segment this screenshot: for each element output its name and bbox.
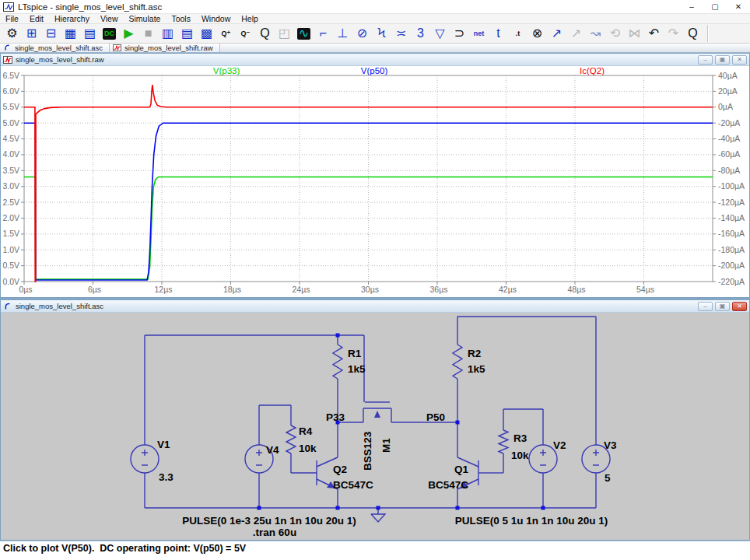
label-R2[interactable]: R2 xyxy=(468,348,481,359)
waveform-window-titlebar[interactable]: single_mos_level_shift.raw – ▣ ✕ xyxy=(1,54,749,66)
menu-item-tools[interactable]: Tools xyxy=(166,14,196,23)
value-Q1[interactable]: BC547C xyxy=(428,479,468,491)
label-Q1[interactable]: Q1 xyxy=(454,464,469,475)
value-V3[interactable]: 5 xyxy=(605,472,611,484)
menu-item-help[interactable]: Help xyxy=(236,14,264,23)
menu-item-simulate[interactable]: Simulate xyxy=(124,14,166,23)
tab-waveform[interactable]: single_mos_level_shift.raw xyxy=(110,44,220,52)
control-panel-icon[interactable]: ⚙ xyxy=(2,25,22,43)
text-icon[interactable]: t xyxy=(489,25,508,43)
main-titlebar: LTspice - single_mos_level_shift.asc – ▢… xyxy=(0,0,750,14)
label-V4[interactable]: V4 xyxy=(266,444,279,456)
value-R2[interactable]: 1k5 xyxy=(468,363,485,375)
legend-entry-V(p33)[interactable]: V(p33) xyxy=(213,66,240,75)
label-V3[interactable]: V3 xyxy=(604,439,617,451)
find-icon: ↗ xyxy=(566,25,586,43)
tile-horizontal-icon[interactable]: ▤ xyxy=(177,25,197,43)
schematic-canvas[interactable]: R11k5R21k5R410kR310kQ2BC547CQ1BC547CBSS1… xyxy=(1,313,749,540)
spice-directive-icon[interactable]: .t xyxy=(508,25,527,43)
status-text: Click to plot V(P50). DC operating point… xyxy=(0,541,750,554)
ltspice-app-icon xyxy=(3,2,14,12)
print-icon[interactable]: ▤ xyxy=(80,25,100,43)
value-Q2[interactable]: BC547C xyxy=(333,479,373,491)
value-R1[interactable]: 1k5 xyxy=(348,363,366,375)
place-ground-icon[interactable]: ⊥ xyxy=(333,25,352,43)
waveform-window-controls: – ▣ ✕ xyxy=(698,55,749,65)
schematic-close-button[interactable]: ✕ xyxy=(732,302,747,311)
view-waveform-icon[interactable]: ∿ xyxy=(294,25,314,43)
close-button[interactable]: ✕ xyxy=(727,0,750,13)
legend-entry-V(p50)[interactable]: V(p50) xyxy=(361,66,388,75)
menu-item-file[interactable]: File xyxy=(0,14,24,23)
y-right-tick-label: -100µA xyxy=(718,181,745,191)
window-title: LTspice - single_mos_level_shift.asc xyxy=(18,2,162,12)
undo-icon[interactable]: ↶ xyxy=(644,25,664,43)
schematic-minimize-button[interactable]: – xyxy=(698,302,713,311)
x-tick-label: 6µs xyxy=(88,285,101,294)
y-right-tick-label: -40µA xyxy=(718,134,740,143)
net-label-P50[interactable]: P50 xyxy=(426,411,445,423)
save-icon[interactable]: ▦ xyxy=(61,25,80,43)
tile-vertical-icon[interactable]: ▥ xyxy=(158,25,177,43)
schematic-file-icon xyxy=(3,303,12,310)
tab-schematic[interactable]: single_mos_level_shift.asc xyxy=(0,44,110,52)
minimize-button[interactable]: – xyxy=(680,0,703,13)
drag-icon[interactable]: ↝ xyxy=(586,25,605,43)
cascade-windows-icon[interactable]: ▩ xyxy=(197,25,216,43)
run-icon[interactable]: ▶ xyxy=(119,25,138,43)
value-V4-pulse[interactable]: PULSE(0 1e-3 25u 1n 1n 10u 20u 1) xyxy=(182,515,356,527)
label-Q2[interactable]: Q2 xyxy=(333,464,347,475)
zoom-in-icon[interactable]: Q⁺ xyxy=(216,25,236,43)
y-left-tick-label: 0.5V xyxy=(2,261,19,270)
y-right-tick-label: -120µA xyxy=(718,198,745,207)
value-V2-pulse[interactable]: PULSE(0 5 1u 1n 1n 10u 20u 1) xyxy=(455,515,608,527)
legend-entry-Ic(Q2)[interactable]: Ic(Q2) xyxy=(580,66,605,75)
value-M1[interactable]: BSS123 xyxy=(362,431,373,471)
zoom-full-extents-icon[interactable]: Q xyxy=(255,25,275,43)
label-V1[interactable]: V1 xyxy=(157,439,170,450)
draw-wire-icon[interactable]: ⌐ xyxy=(314,25,333,43)
label-net-icon[interactable]: ⊘ xyxy=(352,25,372,43)
label-V2[interactable]: V2 xyxy=(553,439,566,451)
schematic-restore-button[interactable]: ▣ xyxy=(715,302,730,311)
dc-op-point-icon[interactable]: DC xyxy=(100,25,119,43)
waveform-plot-area[interactable]: V(p33)V(p50)Ic(Q2)6.5V6.0V5.5V5.0V4.5V4.… xyxy=(1,66,749,297)
open-file-icon[interactable]: ⊟ xyxy=(41,25,61,43)
schematic-wires xyxy=(131,317,610,522)
new-schematic-icon[interactable]: ⊞ xyxy=(22,25,41,43)
label-R1[interactable]: R1 xyxy=(348,348,362,359)
netlist-icon[interactable]: net xyxy=(469,25,489,43)
menu-item-view[interactable]: View xyxy=(95,14,124,23)
axis-labels: 6.5V6.0V5.5V5.0V4.5V4.0V3.5V3.0V2.5V2.0V… xyxy=(2,71,745,295)
schematic-window-titlebar[interactable]: single_mos_level_shift.asc – ▣ ✕ xyxy=(1,300,749,313)
place-capacitor-icon[interactable]: ≍ xyxy=(391,25,411,43)
schematic-svg: R11k5R21k5R410kR310kQ2BC547CQ1BC547CBSS1… xyxy=(1,313,749,539)
menu-item-window[interactable]: Window xyxy=(196,14,236,23)
value-R3[interactable]: 10k xyxy=(511,450,529,461)
place-diode-icon[interactable]: ▽ xyxy=(430,25,450,43)
maximize-button[interactable]: ▢ xyxy=(703,0,727,13)
place-inductor-icon[interactable]: 3 xyxy=(411,25,430,43)
search-icon[interactable]: Q xyxy=(683,25,703,43)
menu-item-hierarchy[interactable]: Hierarchy xyxy=(49,14,95,23)
y-right-tick-label: -80µA xyxy=(718,166,740,175)
menu-item-edit[interactable]: Edit xyxy=(24,14,49,23)
value-V1[interactable]: 3.3 xyxy=(159,471,173,483)
value-R4[interactable]: 10k xyxy=(299,443,317,454)
place-resistor-icon[interactable]: Ϟ xyxy=(372,25,391,43)
zoom-out-icon[interactable]: Q⁻ xyxy=(236,25,255,43)
label-R3[interactable]: R3 xyxy=(513,432,527,444)
x-tick-label: 48µs xyxy=(568,285,586,294)
schematic-window-title: single_mos_level_shift.asc xyxy=(16,302,103,310)
delete-icon[interactable]: ⊗ xyxy=(527,25,547,43)
label-R4[interactable]: R4 xyxy=(299,425,313,437)
duplicate-icon[interactable]: ↗ xyxy=(547,25,566,43)
net-label-P33[interactable]: P33 xyxy=(326,411,345,423)
y-left-tick-label: 3.5V xyxy=(2,166,19,175)
place-component-icon[interactable]: ⊃ xyxy=(450,25,469,43)
waveform-restore-button[interactable]: ▣ xyxy=(715,55,730,65)
spice-directive-text[interactable]: .tran 60u xyxy=(253,527,296,538)
label-M1[interactable]: M1 xyxy=(380,438,392,453)
waveform-minimize-button[interactable]: – xyxy=(698,55,713,65)
waveform-close-button[interactable]: ✕ xyxy=(732,55,747,65)
